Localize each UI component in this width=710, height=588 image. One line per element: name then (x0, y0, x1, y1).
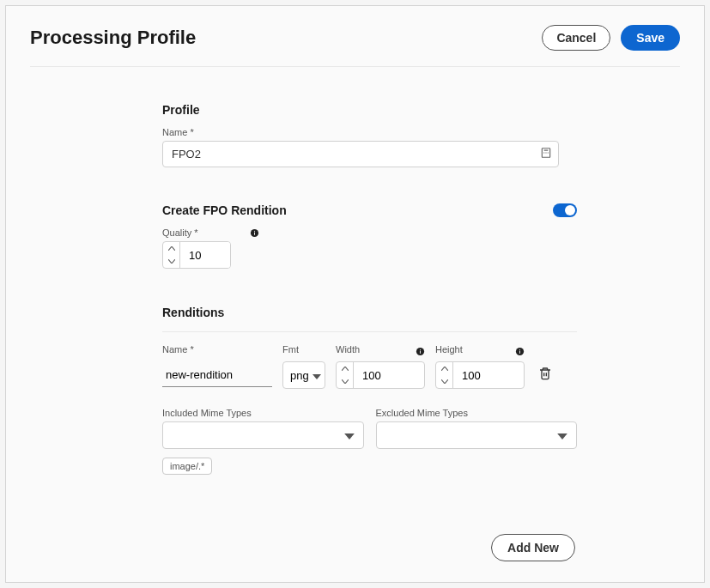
header-actions: Cancel Save (542, 25, 680, 51)
rendition-format-value: png (290, 369, 309, 382)
delete-rendition-button[interactable] (538, 366, 552, 385)
height-step-down[interactable] (436, 375, 452, 388)
excluded-mime-select[interactable] (376, 421, 578, 449)
page-title: Processing Profile (30, 27, 196, 49)
renditions-header-row: Name * Fmt Width Height (162, 331, 577, 358)
quality-input[interactable] (180, 242, 230, 268)
info-icon[interactable] (415, 346, 425, 356)
filter-icon (540, 147, 552, 162)
profile-section-title: Profile (162, 103, 577, 117)
svg-rect-5 (420, 350, 421, 353)
rendition-name-input[interactable] (162, 363, 272, 387)
rend-name-label: Name * (162, 344, 272, 355)
renditions-section: Renditions Name * Fmt Width Height (162, 305, 577, 475)
width-step-up[interactable] (337, 362, 353, 375)
width-input[interactable] (354, 362, 416, 388)
quality-step-down[interactable] (163, 255, 179, 268)
form-area: Profile Name * Create FPO Rendition Qual… (30, 67, 680, 475)
svg-point-3 (254, 230, 255, 231)
fpo-toggle[interactable] (553, 203, 577, 217)
svg-rect-8 (519, 350, 520, 353)
rend-height-label: Height (435, 344, 463, 355)
quality-step-up[interactable] (163, 242, 179, 255)
save-button[interactable]: Save (621, 25, 680, 51)
fpo-section-title: Create FPO Rendition (162, 203, 287, 217)
chevron-down-icon (313, 369, 321, 382)
svg-rect-2 (254, 232, 255, 234)
chevron-down-icon (557, 427, 567, 443)
panel-header: Processing Profile Cancel Save (30, 25, 680, 67)
profile-name-input[interactable] (162, 141, 559, 167)
add-new-button[interactable]: Add New (491, 534, 575, 561)
height-stepper (435, 361, 525, 389)
quality-label: Quality * (162, 227, 198, 238)
profile-name-label: Name * (162, 127, 577, 137)
profile-name-wrap (162, 141, 559, 167)
height-input[interactable] (453, 362, 516, 388)
rend-width-label: Width (336, 344, 360, 355)
svg-point-6 (419, 349, 420, 349)
footer: Add New (491, 534, 575, 561)
chevron-down-icon (344, 427, 355, 443)
cancel-button[interactable]: Cancel (542, 25, 610, 51)
profile-section: Profile Name * (162, 103, 577, 167)
mime-section: Included Mime Types image/.* Excluded Mi… (162, 408, 577, 475)
info-icon[interactable] (250, 227, 260, 238)
excluded-mime-label: Excluded Mime Types (376, 408, 578, 418)
fpo-section-header: Create FPO Rendition (162, 203, 577, 217)
fpo-section: Create FPO Rendition Quality * (162, 203, 577, 269)
svg-point-9 (519, 349, 519, 349)
width-stepper (336, 361, 425, 389)
quality-stepper (162, 241, 231, 269)
renditions-section-title: Renditions (162, 306, 577, 319)
info-icon[interactable] (514, 346, 525, 356)
rend-fmt-label: Fmt (282, 344, 325, 355)
width-step-down[interactable] (337, 375, 353, 388)
included-mime-label: Included Mime Types (162, 408, 364, 418)
rendition-format-select[interactable]: png (282, 361, 325, 389)
height-step-up[interactable] (436, 362, 452, 375)
included-mime-select[interactable] (162, 421, 364, 449)
rendition-row: png (162, 361, 577, 389)
mime-chip[interactable]: image/.* (162, 458, 212, 475)
